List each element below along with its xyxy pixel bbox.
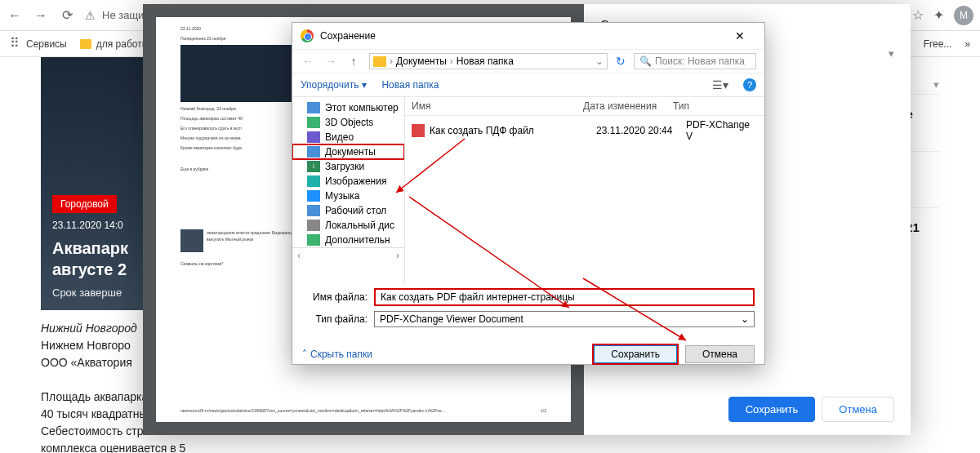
folder-icon — [80, 39, 91, 49]
filename-input[interactable]: Как создать PDF файл интернет-страницы — [374, 288, 755, 306]
filetype-combo[interactable]: PDF-XChange Viewer Document⌄ — [374, 311, 755, 327]
file-row[interactable]: Как создать ПДФ файл 23.11.2020 20:44 PD… — [405, 116, 764, 145]
path-bar[interactable]: › Документы › Новая папка ⌄ — [369, 53, 608, 69]
download-icon: ↓ — [307, 161, 320, 172]
tree-scrollbar[interactable]: ‹› — [292, 247, 404, 263]
save-button[interactable]: Сохранить — [594, 345, 677, 363]
bookmarks-overflow[interactable]: » — [964, 38, 970, 50]
organize-menu[interactable]: Упорядочить ▾ — [301, 79, 367, 91]
bookmark-folder[interactable]: для работы — [80, 38, 149, 50]
chrome-icon — [301, 29, 314, 42]
plus-icon — [307, 234, 320, 246]
close-button[interactable]: ✕ — [724, 29, 756, 42]
tree-this-pc[interactable]: Этот компьютер — [292, 100, 404, 115]
profile-avatar[interactable]: М — [954, 6, 973, 25]
chevron-down-icon[interactable]: ⌄ — [595, 56, 604, 67]
col-type[interactable]: Тип — [673, 100, 758, 112]
pc-icon — [307, 102, 320, 113]
filetype-label: Тип файла: — [302, 313, 374, 325]
view-options-icon[interactable]: ☰▾ — [712, 78, 728, 91]
nav-back-icon[interactable]: ← — [301, 55, 315, 68]
file-name: Как создать ПДФ файл — [430, 125, 596, 136]
breadcrumb[interactable]: Новая папка — [457, 56, 514, 67]
image-icon — [307, 175, 320, 187]
dialog-toolbar: Упорядочить ▾ Новая папка ☰▾ ? — [292, 73, 764, 97]
pdf-file-icon — [412, 124, 425, 137]
dialog-title: Сохранение — [320, 30, 376, 42]
chevron-down-icon: ▾ — [362, 79, 367, 91]
print-cancel-button[interactable]: Отмена — [822, 397, 894, 422]
forward-button[interactable]: → — [33, 7, 49, 24]
search-input[interactable]: 🔍Поиск: Новая папка — [634, 53, 756, 69]
tree-music[interactable]: Музыка — [292, 189, 404, 203]
tree-local-disk[interactable]: Локальный дис — [292, 218, 404, 233]
chevron-up-icon: ˄ — [302, 349, 307, 360]
cube-icon — [307, 117, 320, 128]
filename-label: Имя файла: — [302, 291, 374, 303]
tree-desktop[interactable]: Рабочий стол — [292, 203, 404, 218]
save-as-dialog: Сохранение ✕ ← → ↑ › Документы › Новая п… — [292, 22, 765, 365]
tree-images[interactable]: Изображения — [292, 174, 404, 189]
tree-3d-objects[interactable]: 3D Objects — [292, 115, 404, 130]
folder-tree: Этот компьютер 3D Objects Видео Документ… — [292, 97, 405, 283]
tree-extra[interactable]: Дополнительн — [292, 233, 404, 247]
tree-downloads[interactable]: ↓Загрузки — [292, 159, 404, 174]
hide-folders-toggle[interactable]: ˄Скрыть папки — [302, 349, 372, 360]
print-save-button[interactable]: Сохранить — [728, 397, 816, 422]
reload-button[interactable]: ⟳ — [59, 7, 75, 24]
file-list: Имя Дата изменения Тип Как создать ПДФ ф… — [405, 97, 764, 283]
dialog-fields: Имя файла: Как создать PDF файл интернет… — [292, 283, 764, 337]
col-date[interactable]: Дата изменения — [583, 100, 673, 112]
star-icon[interactable]: ☆ — [912, 7, 924, 23]
apps-shortcut[interactable]: Сервисы — [10, 38, 67, 50]
new-folder-button[interactable]: Новая папка — [381, 79, 439, 91]
music-icon — [307, 190, 320, 202]
refresh-icon[interactable]: ↻ — [616, 55, 626, 68]
disk-icon — [307, 220, 320, 231]
back-button[interactable]: ← — [7, 7, 23, 24]
nav-up-icon[interactable]: ↑ — [346, 55, 361, 68]
folder-icon — [373, 56, 386, 67]
desktop-icon — [307, 205, 320, 216]
video-icon — [307, 131, 320, 143]
extensions-icon[interactable]: ✦ — [933, 7, 944, 23]
chevron-down-icon: ▾ — [933, 78, 939, 91]
breadcrumb[interactable]: Документы — [396, 56, 447, 67]
help-icon[interactable]: ? — [743, 78, 756, 91]
dialog-nav: ← → ↑ › Документы › Новая папка ⌄ ↻ 🔍Пои… — [292, 49, 764, 73]
file-date: 23.11.2020 20:44 — [596, 125, 686, 136]
dialog-titlebar: Сохранение ✕ — [292, 23, 764, 49]
category-badge[interactable]: Городовой — [52, 195, 117, 213]
nav-forward-icon[interactable]: → — [323, 55, 338, 68]
tree-documents[interactable]: Документы — [292, 144, 404, 159]
document-icon — [307, 146, 320, 158]
file-type: PDF-XChange V — [686, 119, 758, 142]
bookmark-free[interactable]: Free... — [924, 38, 952, 50]
tree-videos[interactable]: Видео — [292, 130, 404, 144]
apps-icon — [10, 38, 21, 50]
col-name[interactable]: Имя — [412, 100, 583, 112]
dialog-footer: ˄Скрыть папки Сохранить Отмена — [292, 337, 764, 373]
file-list-header: Имя Дата изменения Тип — [405, 97, 764, 116]
warning-icon: ⚠ — [85, 9, 96, 22]
chevron-down-icon: ⌄ — [741, 313, 749, 325]
cancel-button[interactable]: Отмена — [685, 345, 755, 363]
search-icon: 🔍 — [639, 56, 652, 67]
